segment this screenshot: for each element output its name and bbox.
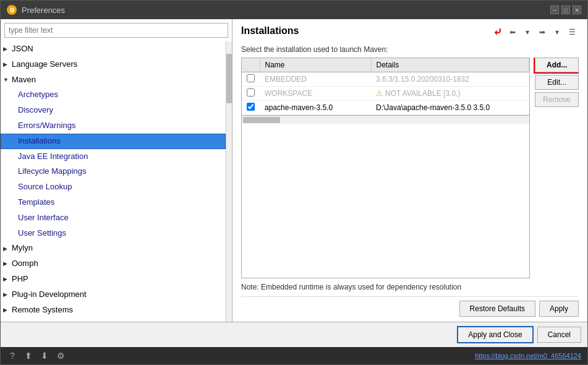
- chevron-right-icon: ▶: [3, 275, 9, 283]
- edit-button[interactable]: Edit...: [535, 75, 579, 90]
- sidebar-item-installations[interactable]: Installations: [1, 134, 226, 149]
- installations-table-container: Name Details EMBEDDED 3.6.3/: [241, 58, 530, 278]
- row-details-embedded: 3.6.3/1.15.0.20200310-1832: [371, 72, 529, 87]
- toolbar-back-btn[interactable]: ⬅: [506, 25, 519, 39]
- sidebar-item-run-debug[interactable]: ▼ Run/Debug: [1, 317, 226, 322]
- sidebar-item-label: Templates: [18, 196, 54, 209]
- chevron-right-icon: ▶: [3, 244, 9, 253]
- tree-scrollbar[interactable]: [226, 41, 232, 322]
- panel-bottom-bar: Restore Defaults Apply: [241, 296, 579, 322]
- panel-toolbar: ⤶ ⬅ ▾ ➡ ▾ ☰: [493, 25, 579, 39]
- row-name-embedded: EMBEDDED: [260, 72, 371, 87]
- restore-defaults-button[interactable]: Restore Defaults: [459, 301, 535, 317]
- row-details-apache-maven: D:\Java\apache-maven-3.5.0 3.5.0: [371, 101, 529, 115]
- settings-icon[interactable]: ⚙: [55, 350, 66, 361]
- tree-scrollbar-thumb[interactable]: [226, 54, 232, 103]
- row-name-apache-maven: apache-maven-3.5.0: [260, 101, 371, 115]
- table-scrollbar-thumb-h[interactable]: [243, 117, 280, 123]
- sidebar-item-label: JSON: [12, 43, 33, 56]
- note-text: Note: Embedded runtime is always used fo…: [241, 282, 579, 293]
- sidebar-item-label: Lifecycle Mappings: [18, 165, 87, 178]
- toolbar-forward-btn[interactable]: ➡: [535, 25, 549, 39]
- import-icon[interactable]: ⬆: [23, 350, 34, 361]
- cancel-button[interactable]: Cancel: [537, 327, 581, 343]
- window-icon: ⚙: [7, 5, 17, 15]
- sidebar-item-label: Discovery: [18, 104, 53, 117]
- row-checkbox-cell[interactable]: [242, 101, 260, 115]
- toolbar-forward-dropdown-btn[interactable]: ▾: [550, 25, 564, 39]
- table-row[interactable]: EMBEDDED 3.6.3/1.15.0.20200310-1832: [242, 72, 529, 87]
- export-icon[interactable]: ⬇: [39, 350, 50, 361]
- sidebar-item-mylyn[interactable]: ▶ Mylyn: [1, 241, 226, 256]
- row-name-workspace: WORKSPACE: [260, 87, 371, 101]
- sidebar-item-archetypes[interactable]: Archetypes: [1, 87, 226, 103]
- sidebar-item-label: Maven: [12, 74, 36, 87]
- sidebar-item-maven[interactable]: ▼ Maven: [1, 72, 226, 88]
- apply-and-close-button[interactable]: Apply and Close: [457, 326, 533, 343]
- remove-button[interactable]: Remove: [535, 92, 579, 107]
- table-row[interactable]: WORKSPACE ⚠NOT AVAILABLE [3.0,): [242, 87, 529, 101]
- add-button[interactable]: Add...: [535, 58, 579, 72]
- chevron-right-icon: ▶: [3, 45, 9, 53]
- help-icon[interactable]: ?: [7, 350, 18, 361]
- sidebar-item-templates[interactable]: Templates: [1, 195, 226, 210]
- sidebar-item-discovery[interactable]: Discovery: [1, 103, 226, 118]
- col-header-details: Details: [371, 58, 529, 72]
- close-button[interactable]: ✕: [573, 6, 581, 14]
- sidebar-item-label: Oomph: [12, 257, 38, 270]
- title-bar: ⚙ Preferences ─ □ ✕: [1, 1, 587, 19]
- sidebar-item-php[interactable]: ▶ PHP: [1, 272, 226, 287]
- chevron-right-icon: ▶: [3, 290, 9, 299]
- col-header-name: Name: [260, 58, 371, 72]
- row-checkbox-workspace[interactable]: [247, 88, 255, 97]
- row-checkbox-embedded[interactable]: [247, 74, 255, 82]
- sidebar-item-user-settings[interactable]: User Settings: [1, 226, 226, 241]
- sidebar-item-plugin-dev[interactable]: ▶ Plug-in Development: [1, 287, 226, 303]
- sidebar-item-label: Plug-in Development: [12, 288, 87, 301]
- footer-icons: ? ⬆ ⬇ ⚙: [7, 350, 66, 361]
- sidebar-item-user-interface[interactable]: User Interface: [1, 210, 226, 226]
- sidebar-item-oomph[interactable]: ▶ Oomph: [1, 256, 226, 272]
- chevron-right-icon: ▶: [3, 259, 9, 268]
- tree-list: ▶ JSON ▶ Language Servers ▼ Maven: [1, 41, 226, 322]
- main-content: ▶ JSON ▶ Language Servers ▼ Maven: [1, 19, 587, 322]
- filter-input[interactable]: [4, 23, 228, 38]
- preferences-window: ⚙ Preferences ─ □ ✕ ▶ JSON: [0, 0, 588, 365]
- sidebar-item-label: Language Servers: [12, 58, 77, 71]
- left-panel: ▶ JSON ▶ Language Servers ▼ Maven: [1, 19, 232, 322]
- row-details-workspace: ⚠NOT AVAILABLE [3.0,): [371, 87, 529, 101]
- right-panel: Installations ⤶ ⬅ ▾ ➡ ▾ ☰ Select the ins…: [232, 19, 587, 322]
- footer-link[interactable]: https://blog.csdn.net/m0_46564124: [475, 352, 581, 359]
- sidebar-item-source-lookup[interactable]: Source Lookup: [1, 179, 226, 195]
- sidebar-item-json[interactable]: ▶ JSON: [1, 41, 226, 57]
- sidebar-item-language-servers[interactable]: ▶ Language Servers: [1, 57, 226, 72]
- toolbar-back-dropdown-btn[interactable]: ▾: [521, 25, 534, 39]
- sidebar-item-label: Source Lookup: [18, 181, 72, 194]
- row-checkbox-apache-maven[interactable]: [247, 103, 255, 111]
- row-checkbox-cell[interactable]: [242, 87, 260, 101]
- sidebar-item-errors-warnings[interactable]: Errors/Warnings: [1, 118, 226, 134]
- table-row[interactable]: apache-maven-3.5.0 D:\Java\apache-maven-…: [242, 101, 529, 115]
- apply-button[interactable]: Apply: [539, 301, 579, 317]
- row-checkbox-cell[interactable]: [242, 72, 260, 87]
- sidebar-item-label: Remote Systems: [12, 304, 73, 317]
- table-scrollbar-h[interactable]: [242, 115, 529, 124]
- sidebar-item-label: User Settings: [18, 227, 66, 240]
- minimize-button[interactable]: ─: [550, 6, 559, 14]
- dialog-bottom-bar: Apply and Close Cancel: [1, 322, 587, 347]
- maximize-button[interactable]: □: [561, 6, 570, 14]
- sidebar-item-java-ee[interactable]: Java EE Integration: [1, 149, 226, 165]
- chevron-down-icon: ▼: [3, 75, 9, 84]
- sidebar-item-lifecycle-mappings[interactable]: Lifecycle Mappings: [1, 164, 226, 179]
- toolbar-menu-btn[interactable]: ☰: [565, 25, 579, 39]
- window-title: Preferences: [22, 6, 65, 15]
- chevron-right-icon: ▶: [3, 60, 9, 69]
- sidebar-item-label: User Interface: [18, 212, 69, 225]
- side-buttons: Add... Edit... Remove: [535, 58, 579, 278]
- sidebar-item-label: Archetypes: [18, 88, 58, 101]
- sidebar-item-label: Errors/Warnings: [18, 119, 75, 132]
- installations-table: Name Details EMBEDDED 3.6.3/: [242, 58, 529, 115]
- sidebar-item-label: PHP: [12, 273, 28, 286]
- warning-icon: ⚠: [376, 89, 383, 98]
- sidebar-item-remote-systems[interactable]: ▶ Remote Systems: [1, 303, 226, 318]
